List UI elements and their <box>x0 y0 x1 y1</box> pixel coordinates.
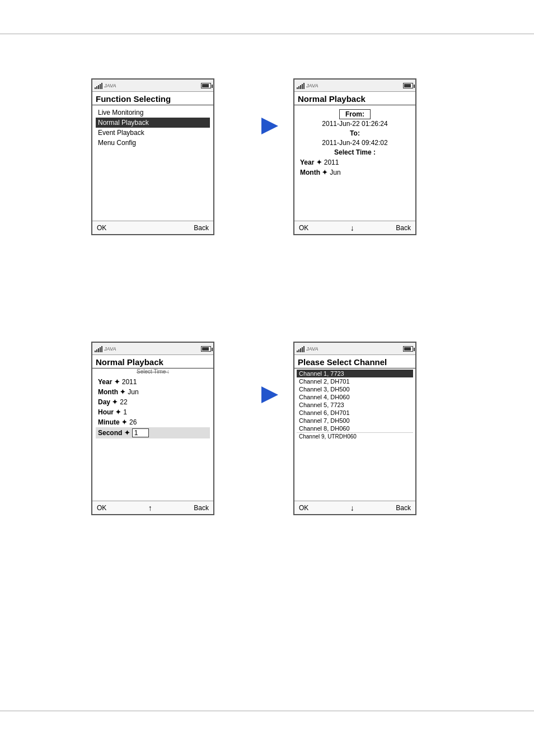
screen3-day-row: Day ✦ 22 <box>96 397 210 407</box>
screen1-header: JAVA <box>92 80 213 92</box>
channel-item-2[interactable]: Channel 2, DH701 <box>297 377 413 385</box>
screen4-channel-list: Channel 1, 7723 Channel 2, DH701 Channel… <box>294 368 415 441</box>
screen4-back-button[interactable]: Back <box>396 504 411 512</box>
signal-icon-3 <box>95 346 102 352</box>
screen3-month-value: Jun <box>128 388 138 396</box>
screen3-minute-row: Minute ✦ 26 <box>96 417 210 427</box>
java-label-4: JAVA <box>306 346 318 352</box>
screen4-footer: OK ↓ Back <box>294 501 415 514</box>
screen3-year-value: 2011 <box>122 378 137 386</box>
screen2-down-arrow[interactable]: ↓ <box>350 223 354 232</box>
screen3-status-left: JAVA <box>95 346 116 352</box>
screen2-title: Normal Playback <box>294 92 415 105</box>
battery-icon-4 <box>403 346 413 352</box>
screen3-month-label: Month ✦ <box>98 388 125 396</box>
screen2-select-time: Select Time : <box>298 147 412 157</box>
screen4-status-left: JAVA <box>297 346 318 352</box>
screen3-minute-label: Minute ✦ <box>98 418 127 426</box>
screen2-month-value: Jun <box>330 169 340 176</box>
menu-normal-playback[interactable]: Normal Playback <box>96 118 210 128</box>
arrow-1 <box>259 118 281 134</box>
channel-item-4[interactable]: Channel 4, DH060 <box>297 393 413 401</box>
channel-item-5[interactable]: Channel 5, 7723 <box>297 401 413 409</box>
screen3-hour-row: Hour ✦ 1 <box>96 407 210 417</box>
screen1-footer: OK Back <box>92 221 213 234</box>
screen2-from-label: From: <box>339 109 371 119</box>
screen3-title: Normal Playback <box>92 355 213 368</box>
screen3-back-button[interactable]: Back <box>194 504 209 512</box>
screen-select-channel: JAVA Please Select Channel Channel 1, 77… <box>293 342 416 515</box>
menu-live-monitoring[interactable]: Live Monitoring <box>96 108 210 118</box>
battery-icon-3 <box>201 346 211 352</box>
screen2-header: JAVA <box>294 80 415 92</box>
screen3-footer: OK ↑ Back <box>92 501 213 514</box>
screen3-hour-label: Hour ✦ <box>98 408 121 416</box>
screen1-ok-button[interactable]: OK <box>97 224 106 232</box>
channel-item-1[interactable]: Channel 1, 7723 <box>297 370 413 377</box>
screen3-year-label: Year ✦ <box>98 378 120 386</box>
screen2-year-label: Year ✦ <box>300 158 322 166</box>
screen3-year-row: Year ✦ 2011 <box>96 377 210 387</box>
screen4-down-arrow[interactable]: ↓ <box>350 503 354 512</box>
signal-icon-2 <box>297 82 305 89</box>
top-rule <box>0 34 534 34</box>
screen3-day-value: 22 <box>120 398 127 406</box>
screen3-second-label: Second ✦ <box>98 429 130 437</box>
channel-item-9[interactable]: Channel 9, UTRDH060 <box>297 432 413 440</box>
screen1-title: Function Selecting <box>92 92 213 105</box>
screen2-month-row: Month ✦ Jun <box>298 167 412 178</box>
screen-normal-playback-bottom: JAVA Normal Playback Select Time : Year … <box>91 342 214 515</box>
screen2-back-button[interactable]: Back <box>396 224 411 232</box>
screen2-content: From: 2011-Jun-22 01:26:24 To: 2011-Jun-… <box>294 105 415 180</box>
channel-item-8[interactable]: Channel 8, DH060 <box>297 424 413 432</box>
screen-function-selecting: JAVA Function Selecting Live Monitoring … <box>91 78 214 235</box>
screen2-to-value: 2011-Jun-24 09:42:02 <box>298 138 412 147</box>
channel-item-6[interactable]: Channel 6, DH701 <box>297 409 413 417</box>
signal-icon-4 <box>297 346 305 352</box>
screen3-hour-value: 1 <box>123 408 127 416</box>
screen3-header: JAVA <box>92 343 213 355</box>
channel-item-3[interactable]: Channel 3, DH500 <box>297 385 413 393</box>
screen4-ok-button[interactable]: OK <box>299 504 308 512</box>
screen2-year-row: Year ✦ 2011 <box>298 157 412 167</box>
screen3-second-input[interactable]: 1 <box>132 428 149 437</box>
screen2-from-value: 2011-Jun-22 01:26:24 <box>298 119 412 128</box>
battery-icon-2 <box>403 83 413 88</box>
screen3-subtitle: Select Time : <box>92 368 213 375</box>
screen-normal-playback-top: JAVA Normal Playback From: 2011-Jun-22 0… <box>293 78 416 235</box>
screen1-menu: Live Monitoring Normal Playback Event Pl… <box>92 105 213 150</box>
screen1-status-left: JAVA <box>95 82 116 89</box>
screen2-to-label: To: <box>298 128 412 138</box>
screen2-month-label: Month ✦ <box>300 169 327 176</box>
screen2-status-left: JAVA <box>297 82 318 89</box>
menu-event-playback[interactable]: Event Playback <box>96 128 210 138</box>
screen3-second-row: Second ✦ 1 <box>96 427 210 438</box>
screen3-month-row: Month ✦ Jun <box>96 387 210 397</box>
screen3-content: Year ✦ 2011 Month ✦ Jun Day ✦ 22 Hour ✦ … <box>92 375 213 441</box>
java-label-3: JAVA <box>104 346 116 352</box>
screen4-title: Please Select Channel <box>294 355 415 368</box>
screen3-day-label: Day ✦ <box>98 398 118 406</box>
signal-icon <box>95 82 102 89</box>
screen3-minute-value: 26 <box>129 418 137 426</box>
screen3-up-arrow[interactable]: ↑ <box>148 503 152 512</box>
screen4-header: JAVA <box>294 343 415 355</box>
screen3-ok-button[interactable]: OK <box>97 504 106 512</box>
bottom-rule <box>0 711 534 711</box>
java-label-2: JAVA <box>306 83 318 88</box>
screen2-year-value: 2011 <box>324 158 339 166</box>
arrow-2 <box>259 386 281 403</box>
menu-menu-config[interactable]: Menu Config <box>96 138 210 148</box>
screen2-footer: OK ↓ Back <box>294 221 415 234</box>
screen1-back-button[interactable]: Back <box>194 224 209 232</box>
java-label-1: JAVA <box>104 83 116 88</box>
channel-item-7[interactable]: Channel 7, DH500 <box>297 417 413 424</box>
screen2-ok-button[interactable]: OK <box>299 224 308 232</box>
battery-icon-1 <box>201 83 211 88</box>
